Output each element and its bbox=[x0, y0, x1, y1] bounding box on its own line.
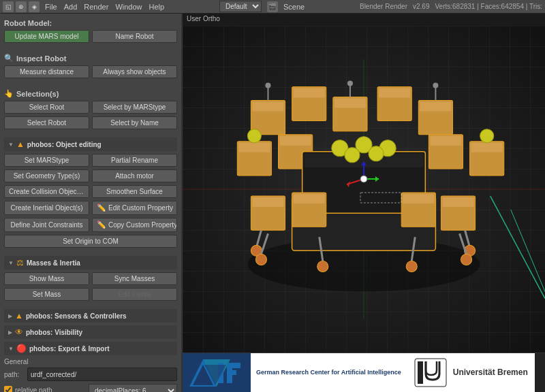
engine-label: Blender Render bbox=[360, 3, 407, 10]
svg-point-30 bbox=[345, 148, 360, 163]
create-inertial-button[interactable]: Create Inertial Object(s) bbox=[4, 201, 89, 215]
name-robot-button[interactable]: Name Robot bbox=[92, 30, 177, 43]
inspect-icon: 🔍 bbox=[4, 54, 14, 63]
masses-label: Masses & Inertia bbox=[27, 259, 80, 267]
set-origin-button[interactable]: Set Origin to COM bbox=[4, 235, 177, 248]
path-label: path: bbox=[4, 371, 25, 378]
edit-pencil-icon: ✏️ bbox=[97, 203, 106, 212]
app-icon-2[interactable]: ⊕ bbox=[16, 1, 27, 12]
show-mass-button[interactable]: Show Mass bbox=[4, 272, 89, 285]
select-robot-button[interactable]: Select Robot bbox=[4, 116, 89, 129]
create-collision-button[interactable]: Create Collision Object(s) bbox=[4, 185, 89, 198]
scene-icon[interactable]: 🎬 bbox=[267, 1, 278, 12]
obj-edit-row-3: Create Collision Object(s) Smoothen Surf… bbox=[4, 185, 177, 198]
export-triangle: ▼ bbox=[8, 346, 14, 352]
dfki-logo bbox=[183, 353, 251, 392]
menu-file[interactable]: File bbox=[45, 3, 57, 11]
select-by-name-button[interactable]: Select by Name bbox=[92, 116, 177, 129]
robot-model-header: Robot Model: bbox=[4, 19, 177, 27]
svg-rect-76 bbox=[418, 361, 423, 384]
sensors-label: phobos: Sensors & Controllers bbox=[26, 312, 127, 320]
copy-custom-button[interactable]: ✏️ Copy Custom Property bbox=[92, 218, 177, 232]
menu-render[interactable]: Render bbox=[84, 3, 108, 11]
select-root-button[interactable]: Select Root bbox=[4, 101, 89, 114]
svg-point-13 bbox=[347, 80, 353, 86]
mode-selector[interactable]: Default bbox=[219, 1, 262, 12]
bottom-bar: German Research Center for Artificial In… bbox=[183, 353, 545, 392]
svg-rect-21 bbox=[238, 143, 270, 152]
uni-logo-section: Universität Bremen bbox=[407, 353, 535, 392]
export-icon: 🔴 bbox=[16, 344, 27, 353]
decimal-places-select[interactable]: decimalPlaces: 6 bbox=[89, 384, 177, 392]
visibility-header[interactable]: ▶ 👁 phobos: Visibility bbox=[4, 325, 177, 339]
left-panel: Robot Model: Update MARS model Name Robo… bbox=[0, 14, 183, 392]
scene-3d[interactable] bbox=[183, 26, 545, 353]
svg-line-64 bbox=[490, 196, 545, 299]
update-mars-button[interactable]: Update MARS model bbox=[4, 30, 89, 43]
object-editing-header[interactable]: ▼ ▲ phobos: Object editing bbox=[4, 137, 177, 151]
masses-row-1: Show Mass Sync Masses bbox=[4, 272, 177, 285]
obj-edit-row-1: Set MARStype Partial Rename bbox=[4, 154, 177, 167]
masses-row-2: Set Mass Edit Inertia bbox=[4, 288, 177, 301]
dfki-name-section: German Research Center for Artificial In… bbox=[251, 353, 407, 392]
uni-bremen-svg bbox=[414, 357, 448, 388]
sensors-header[interactable]: ▶ ▲ phobos: Sensors & Controllers bbox=[4, 309, 177, 323]
obj-edit-row-6: Set Origin to COM bbox=[4, 235, 177, 248]
version-stats: v2.69 bbox=[413, 3, 429, 10]
dfki-svg bbox=[189, 359, 244, 387]
select-by-marstype-button[interactable]: Select by MARStype bbox=[92, 101, 177, 114]
define-joint-button[interactable]: Define Joint Constraints bbox=[4, 218, 89, 232]
app-icons: ◱ ⊕ ◈ bbox=[3, 1, 40, 12]
svg-line-46 bbox=[256, 230, 261, 247]
always-show-button[interactable]: Always show objects bbox=[92, 65, 177, 78]
viewport-ortho-label: User Ortho bbox=[187, 15, 220, 22]
masses-header[interactable]: ▼ ⚖ Masses & Inertia bbox=[4, 256, 177, 270]
measure-distance-button[interactable]: Measure distance bbox=[4, 65, 89, 78]
menu-add[interactable]: Add bbox=[64, 3, 78, 11]
visibility-icon: 👁 bbox=[15, 327, 23, 337]
edit-custom-button[interactable]: ✏️ Edit Custom Property bbox=[92, 201, 177, 215]
set-marstype-button[interactable]: Set MARStype bbox=[4, 154, 89, 167]
robot-model-label: Robot Model: bbox=[4, 19, 52, 27]
partial-rename-button[interactable]: Partial Rename bbox=[92, 154, 177, 167]
obj-edit-row-5: Define Joint Constraints ✏️ Copy Custom … bbox=[4, 218, 177, 232]
obj-edit-row-2: Set Geometry Type(s) Attach motor bbox=[4, 169, 177, 182]
menu-items: File Add Render Window Help bbox=[45, 3, 164, 11]
set-mass-button[interactable]: Set Mass bbox=[4, 288, 89, 301]
svg-rect-5 bbox=[252, 102, 283, 112]
scene-label: Scene bbox=[283, 3, 305, 11]
edit-inertia-button[interactable]: Edit Inertia bbox=[92, 288, 177, 301]
smoothen-surface-button[interactable]: Smoothen Surface bbox=[92, 185, 177, 198]
selection-buttons-2: Select Robot Select by Name bbox=[4, 116, 177, 129]
main-layout: Robot Model: Update MARS model Name Robo… bbox=[0, 14, 545, 392]
sync-masses-button[interactable]: Sync Masses bbox=[92, 272, 177, 285]
menu-bar: ◱ ⊕ ◈ File Add Render Window Help Defaul… bbox=[0, 0, 545, 14]
attach-motor-button[interactable]: Attach motor bbox=[92, 169, 177, 182]
svg-rect-11 bbox=[334, 98, 366, 108]
svg-rect-49 bbox=[294, 194, 325, 203]
svg-rect-15 bbox=[379, 88, 410, 97]
selection-label: Selection(s) bbox=[16, 90, 59, 98]
app-icon-3[interactable]: ◈ bbox=[29, 1, 40, 12]
svg-rect-24 bbox=[280, 136, 311, 146]
svg-line-54 bbox=[465, 230, 470, 247]
export-header[interactable]: ▼ 🔴 phobos: Export & Import bbox=[4, 342, 177, 355]
selection-icon: 👆 bbox=[4, 89, 14, 98]
path-row: path: bbox=[4, 368, 177, 381]
masses-triangle: ▼ bbox=[8, 260, 14, 266]
menu-help[interactable]: Help bbox=[149, 3, 165, 11]
svg-point-22 bbox=[247, 129, 261, 143]
menu-window[interactable]: Window bbox=[115, 3, 142, 11]
svg-point-31 bbox=[369, 146, 384, 161]
svg-rect-71 bbox=[227, 363, 240, 368]
sensors-triangle: ▶ bbox=[8, 313, 12, 319]
svg-point-59 bbox=[317, 261, 328, 272]
path-input[interactable] bbox=[27, 368, 177, 381]
svg-rect-42 bbox=[471, 143, 503, 152]
relative-path-checkbox[interactable] bbox=[4, 386, 12, 392]
app-icon-1[interactable]: ◱ bbox=[3, 1, 14, 12]
robot-svg bbox=[183, 26, 545, 353]
svg-rect-9 bbox=[294, 88, 325, 97]
svg-rect-45 bbox=[252, 197, 283, 207]
set-geometry-button[interactable]: Set Geometry Type(s) bbox=[4, 169, 89, 182]
